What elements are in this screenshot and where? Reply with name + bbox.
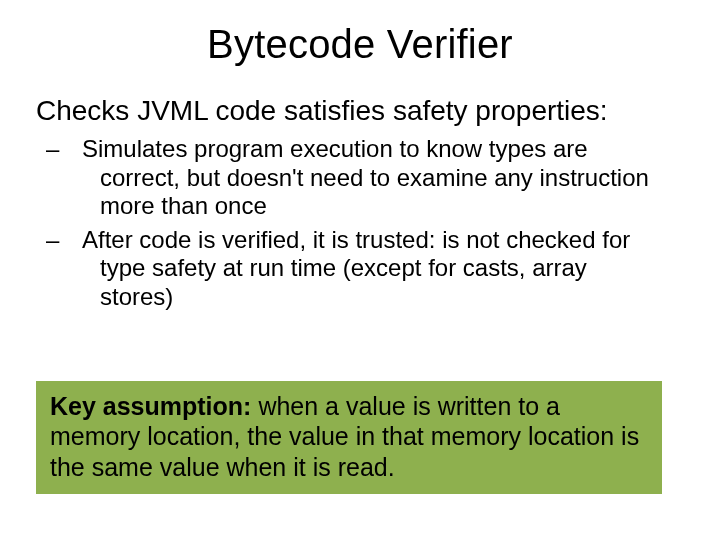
bullet-item: – Simulates program execution to know ty… bbox=[82, 135, 664, 220]
dash-icon: – bbox=[64, 135, 82, 163]
slide-title: Bytecode Verifier bbox=[0, 0, 720, 77]
slide: Bytecode Verifier Checks JVML code satis… bbox=[0, 0, 720, 540]
bullet-text: After code is verified, it is trusted: i… bbox=[82, 226, 630, 310]
bullet-list: – Simulates program execution to know ty… bbox=[82, 135, 664, 311]
callout-box: Key assumption: when a value is written … bbox=[36, 381, 662, 495]
bullet-text: Simulates program execution to know type… bbox=[82, 135, 649, 219]
bullet-item: – After code is verified, it is trusted:… bbox=[82, 226, 664, 311]
lead-text: Checks JVML code satisfies safety proper… bbox=[36, 95, 684, 127]
dash-icon: – bbox=[64, 226, 82, 254]
callout-label: Key assumption: bbox=[50, 392, 251, 420]
